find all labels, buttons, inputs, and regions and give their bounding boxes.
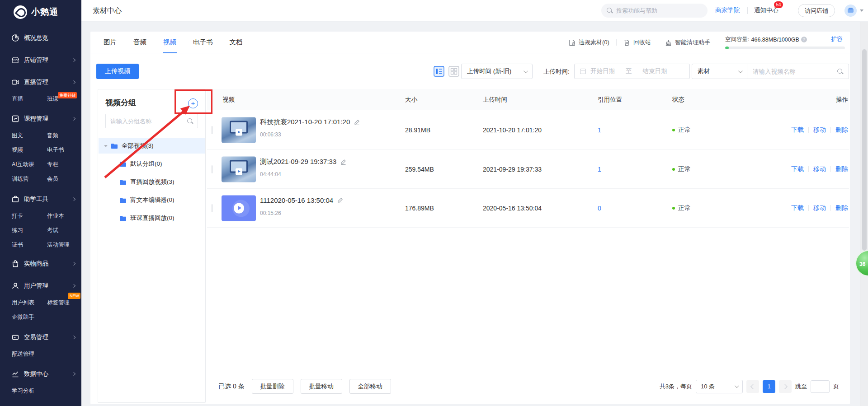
sidebar-link-camp[interactable]: 训练营 — [12, 172, 47, 186]
move-link[interactable]: 移动 — [813, 204, 826, 212]
tab-audio[interactable]: 音频 — [133, 32, 146, 53]
sidebar-link-learning-analysis[interactable]: 学习分析 — [12, 383, 47, 398]
sidebar-item-live[interactable]: 直播管理 — [0, 77, 81, 88]
merchant-academy-link[interactable]: 商家学院 — [715, 6, 740, 14]
video-thumbnail[interactable] — [222, 117, 256, 143]
tree-item-richtext-editor[interactable]: 富文本编辑器(0) — [99, 192, 205, 208]
sidebar-link-certificate[interactable]: 证书 — [12, 238, 47, 252]
batch-delete-button[interactable]: 批量删除 — [252, 379, 293, 394]
video-refs-link[interactable]: 0 — [598, 205, 601, 212]
expand-storage-link[interactable]: 扩容 — [831, 35, 843, 43]
sort-select[interactable]: 上传时间 (新-旧) — [461, 64, 533, 79]
sidebar-link-ebook[interactable]: 电子书 — [47, 143, 81, 157]
tree-item-live-replay[interactable]: 直播回放视频(3) — [99, 174, 205, 190]
batch-bar: 已选 0 条 批量删除 批量移动 全部移动 — [218, 379, 391, 394]
video-thumbnail[interactable] — [222, 156, 256, 182]
video-name-search-input[interactable] — [753, 68, 834, 75]
move-link[interactable]: 移动 — [813, 126, 826, 134]
sidebar-item-trade[interactable]: 交易管理 — [0, 332, 81, 343]
avatar[interactable] — [844, 5, 857, 17]
sidebar-item-course[interactable]: 课程管理 — [0, 113, 81, 124]
jump-page-input[interactable] — [811, 380, 830, 393]
video-refs-link[interactable]: 1 — [598, 126, 601, 134]
row-checkbox[interactable] — [212, 126, 212, 134]
date-end-placeholder: 结束日期 — [643, 67, 667, 75]
list-view-icon[interactable] — [433, 65, 445, 77]
browser-speed-float-button[interactable]: 36 — [855, 250, 868, 276]
sidebar-item-shop[interactable]: 店铺管理 — [0, 55, 81, 65]
scrollbar-thumb[interactable] — [862, 49, 867, 251]
sidebar-link-wecom[interactable]: 企微助手 — [12, 310, 47, 324]
sidebar-link-article[interactable]: 图文 — [12, 128, 47, 143]
move-link[interactable]: 移动 — [813, 165, 826, 173]
scrollbar[interactable] — [860, 21, 868, 406]
tabs-row: 图片 音频 视频 电子书 文档 违规素材(0) 回收站 智能清理助手 — [90, 32, 850, 53]
next-page-button[interactable] — [779, 380, 792, 393]
tab-image[interactable]: 图片 — [104, 32, 117, 53]
move-all-button[interactable]: 全部移动 — [349, 379, 391, 394]
edit-name-icon[interactable] — [354, 119, 360, 125]
sidebar-link-member[interactable]: 会员 — [47, 172, 81, 186]
sidebar-link-ai-course[interactable]: AI互动课 — [12, 157, 47, 172]
grid-view-icon[interactable] — [448, 65, 460, 77]
batch-move-button[interactable]: 批量移动 — [301, 379, 342, 394]
sidebar-link-exam[interactable]: 考试 — [47, 223, 81, 238]
smart-cleaner-button[interactable]: 智能清理助手 — [665, 38, 710, 47]
edit-name-icon[interactable] — [337, 197, 343, 203]
video-name-search[interactable] — [747, 64, 849, 79]
sidebar-link-live[interactable]: 直播 — [12, 92, 47, 106]
sidebar-item-tools[interactable]: 助学工具 — [0, 194, 81, 205]
global-search[interactable] — [601, 4, 708, 18]
row-checkbox[interactable] — [212, 165, 212, 173]
caret-down-icon[interactable] — [104, 145, 108, 147]
tree-item-default-group[interactable]: 默认分组(0) — [99, 156, 205, 172]
tab-document[interactable]: 文档 — [230, 32, 243, 53]
row-checkbox[interactable] — [212, 204, 212, 212]
sidebar-item-overview[interactable]: 概况总览 — [0, 33, 81, 43]
sidebar-link-homework[interactable]: 作业本 — [47, 209, 81, 223]
sidebar-link-column[interactable]: 专栏 — [47, 157, 81, 172]
video-refs-link[interactable]: 1 — [598, 166, 601, 173]
global-search-input[interactable] — [616, 7, 693, 14]
video-duration: 00:15:26 — [260, 210, 281, 216]
brand-logo[interactable]: 小鹅通 — [14, 5, 58, 19]
notification-link[interactable]: 通知中心 — [754, 6, 778, 14]
tab-video[interactable]: 视频 — [163, 32, 176, 53]
video-thumbnail[interactable] — [222, 195, 256, 221]
download-link[interactable]: 下载 — [791, 165, 804, 173]
sidebar-group-tools: 助学工具 打卡 作业本 练习 考试 证书 活动管理 — [0, 194, 81, 252]
download-link[interactable]: 下载 — [791, 204, 804, 212]
sidebar-link-user-list[interactable]: 用户列表 — [12, 295, 47, 310]
sidebar-link-practice[interactable]: 练习 — [12, 223, 47, 238]
chevron-down-icon[interactable] — [860, 9, 863, 12]
tree-item-all-videos[interactable]: 全部视频(3) — [99, 138, 205, 154]
search-icon — [837, 69, 843, 75]
delete-link[interactable]: 删除 — [835, 126, 848, 134]
prev-page-button[interactable] — [746, 380, 759, 393]
delete-link[interactable]: 删除 — [835, 165, 848, 173]
page-number-1[interactable]: 1 — [763, 380, 775, 393]
sidebar-item-data[interactable]: 数据中心 — [0, 369, 81, 379]
help-icon[interactable]: ? — [801, 37, 807, 42]
sidebar-link-activity[interactable]: 活动管理 — [47, 238, 81, 252]
tree-item-class-replay[interactable]: 班课直播回放(0) — [99, 210, 205, 226]
material-type-select[interactable]: 素材 — [692, 64, 747, 79]
sidebar-link-checkin[interactable]: 打卡 — [12, 209, 47, 223]
violation-material-button[interactable]: 违规素材(0) — [569, 38, 609, 47]
visit-shop-button[interactable]: 访问店铺 — [798, 4, 835, 17]
sidebar-link-video[interactable]: 视频 — [12, 143, 47, 157]
date-range-picker[interactable]: 开始日期 至 结束日期 — [574, 64, 690, 79]
group-search-input[interactable] — [110, 118, 184, 125]
tab-ebook[interactable]: 电子书 — [193, 32, 213, 53]
recycle-bin-button[interactable]: 回收站 — [623, 38, 651, 47]
download-link[interactable]: 下载 — [791, 126, 804, 134]
delete-link[interactable]: 删除 — [835, 204, 848, 212]
upload-video-button[interactable]: 上传视频 — [96, 64, 139, 79]
group-search[interactable] — [105, 114, 198, 128]
sidebar-item-users[interactable]: 用户管理 — [0, 280, 81, 291]
sidebar-item-goods[interactable]: 实物商品 — [0, 258, 81, 269]
edit-name-icon[interactable] — [340, 159, 346, 165]
sidebar-link-delivery[interactable]: 配送管理 — [12, 347, 47, 361]
page-size-select[interactable]: 10 条 — [696, 380, 743, 393]
sidebar-link-audio[interactable]: 音频 — [47, 128, 81, 143]
